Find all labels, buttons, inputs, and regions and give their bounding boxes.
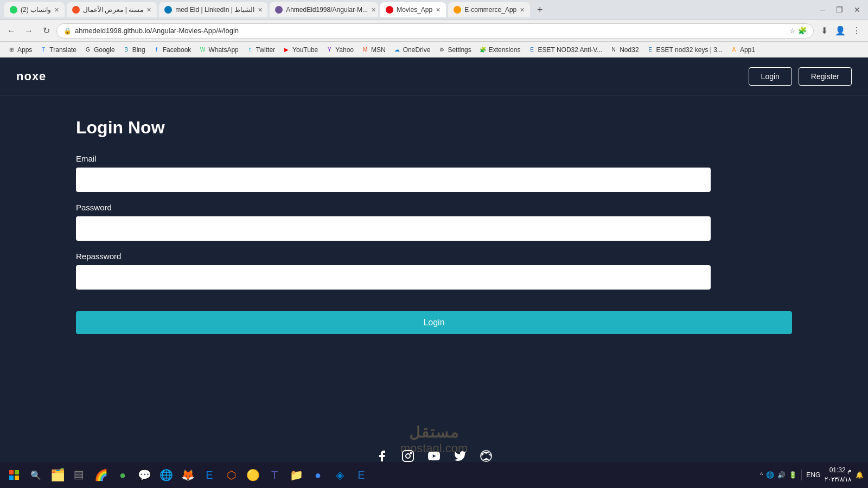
minimize-button[interactable]: ─ <box>816 5 828 14</box>
start-button[interactable] <box>4 465 24 485</box>
menu-button[interactable]: ⋮ <box>850 24 864 38</box>
login-nav-button[interactable]: Login <box>749 67 792 86</box>
bookmark-translate[interactable]: T Translate <box>36 45 80 55</box>
clock-time: 01:32 م <box>825 466 851 475</box>
taskbar-item-vscode[interactable]: ◈ <box>330 465 349 485</box>
extensions-icon[interactable]: 🧩 <box>798 27 807 35</box>
tab-icon-ec <box>454 6 461 14</box>
translate-icon: T <box>40 46 47 54</box>
tray-chevron[interactable]: ^ <box>760 471 763 479</box>
bookmark-extensions[interactable]: 🧩 Extensions <box>476 45 524 55</box>
tab-icon-ms <box>72 6 80 14</box>
bookmark-apps[interactable]: ⊞ Apps <box>4 45 35 55</box>
bookmark-whatsapp-label: WhatsApp <box>208 46 238 54</box>
repassword-input[interactable] <box>76 265 711 290</box>
address-text[interactable]: ahmedeid1998.github.io/Angular-Movies-Ap… <box>75 27 786 35</box>
bookmark-msn[interactable]: M MSN <box>358 45 389 55</box>
bookmark-youtube[interactable]: ▶ YouTube <box>279 45 321 55</box>
tab-ms[interactable]: مستة | معرض الأعمال ✕ <box>67 2 157 17</box>
password-label: Password <box>76 203 792 212</box>
navbar: noxe Login Register <box>0 57 868 96</box>
settings-bookmark-icon: ⚙ <box>438 46 445 54</box>
taskbar-item-firefox[interactable]: 🦊 <box>178 465 197 485</box>
tab-movies[interactable]: Movies_App ✕ <box>380 2 446 17</box>
instagram-social-icon[interactable] <box>400 448 416 464</box>
tab-li[interactable]: med Eid | LinkedIn | الشباط ✕ <box>159 2 267 17</box>
repassword-group: Repassword <box>76 252 792 290</box>
taskbar-item-discord[interactable]: 💬 <box>135 465 154 485</box>
tab-gh[interactable]: AhmedEid1998/Angular-M... ✕ <box>270 2 378 17</box>
tab-close-ec[interactable]: ✕ <box>520 7 525 14</box>
tab-close-ms[interactable]: ✕ <box>146 7 151 14</box>
taskbar-item-task[interactable]: ▥ <box>69 465 89 485</box>
reload-button[interactable]: ↻ <box>39 24 53 38</box>
bookmark-nod32-label: Nod32 <box>620 46 639 54</box>
register-nav-button[interactable]: Register <box>799 67 852 86</box>
notification-button[interactable]: 🔔 <box>856 471 864 479</box>
taskbar-item-orange[interactable]: ⬡ <box>221 465 241 485</box>
svg-point-2 <box>411 453 412 454</box>
bookmark-star-icon[interactable]: ☆ <box>789 27 796 35</box>
xbox-social-icon[interactable] <box>478 448 494 464</box>
bookmark-yahoo[interactable]: Y Yahoo <box>322 45 357 55</box>
apps-icon: ⊞ <box>8 46 15 54</box>
profile-button[interactable]: 👤 <box>833 24 847 38</box>
bookmark-app1[interactable]: A App1 <box>727 45 758 55</box>
bookmark-twitter-label: Twitter <box>256 46 275 54</box>
bookmark-whatsapp[interactable]: W WhatsApp <box>195 45 241 55</box>
browser-nav-bar: ← → ↻ 🔒 ahmedeid1998.github.io/Angular-M… <box>0 20 868 41</box>
address-actions: ☆ 🧩 <box>789 27 807 35</box>
bookmark-bing[interactable]: B Bing <box>119 45 149 55</box>
tab-icon-gh <box>275 6 283 14</box>
clock[interactable]: 01:32 م ٢٠٢٣/٨/١٨ <box>825 466 851 484</box>
tray-battery: 🔋 <box>789 471 797 479</box>
forward-button[interactable]: → <box>22 24 36 38</box>
repassword-label: Repassword <box>76 252 792 261</box>
youtube-social-icon[interactable] <box>426 448 442 464</box>
taskbar-item-edge[interactable]: 🌐 <box>156 465 176 485</box>
password-group: Password <box>76 203 792 241</box>
password-input[interactable] <box>76 216 711 241</box>
taskbar-item-cortana[interactable]: 🌈 <box>91 465 111 485</box>
tab-icon-li <box>164 6 172 14</box>
bookmark-settings[interactable]: ⚙ Settings <box>435 45 474 55</box>
bookmark-onedrive[interactable]: ☁ OneDrive <box>390 45 434 55</box>
tab-close-li[interactable]: ✕ <box>258 7 263 14</box>
taskbar-item-chrome2[interactable]: ● <box>308 465 328 485</box>
bookmark-twitter[interactable]: t Twitter <box>243 45 278 55</box>
taskbar-item-chrome[interactable]: 🟡 <box>243 465 263 485</box>
taskbar-item-explorer[interactable]: 🗂️ <box>48 465 67 485</box>
bookmark-eset[interactable]: E ESET NOD32 Anti-V... <box>525 45 605 55</box>
taskbar-item-teams[interactable]: T <box>265 465 284 485</box>
tab-wa[interactable]: واتساب (2) ✕ <box>4 2 65 17</box>
tab-label-movies: Movies_App <box>397 6 432 14</box>
downloads-button[interactable]: ⬇ <box>817 24 831 38</box>
bookmark-extensions-label: Extensions <box>489 46 521 54</box>
tab-ec[interactable]: E-commerce_App ✕ <box>448 2 530 17</box>
email-input[interactable] <box>76 168 711 192</box>
tab-close-wa[interactable]: ✕ <box>54 7 59 14</box>
app1-icon: A <box>730 46 738 54</box>
tab-close-gh[interactable]: ✕ <box>371 7 376 14</box>
bookmark-eset-keys[interactable]: E ESET nod32 keys | 3... <box>643 45 726 55</box>
restore-button[interactable]: ❐ <box>833 5 846 14</box>
nod32-icon: N <box>610 46 617 54</box>
taskbar-item-filemanager[interactable]: 📁 <box>286 465 306 485</box>
bookmark-facebook[interactable]: f Facebook <box>150 45 195 55</box>
taskbar-item-green[interactable]: ● <box>113 465 132 485</box>
bookmark-nod32[interactable]: N Nod32 <box>607 45 642 55</box>
tab-close-movies[interactable]: ✕ <box>436 7 441 14</box>
close-button[interactable]: ✕ <box>851 5 864 14</box>
new-tab-button[interactable]: + <box>532 2 547 17</box>
address-bar[interactable]: 🔒 ahmedeid1998.github.io/Angular-Movies-… <box>56 23 814 38</box>
lock-icon: 🔒 <box>63 27 72 35</box>
facebook-social-icon[interactable] <box>374 448 390 464</box>
back-button[interactable]: ← <box>4 24 18 38</box>
login-submit-button[interactable]: Login <box>76 311 792 334</box>
onedrive-icon: ☁ <box>393 46 401 54</box>
taskbar-search-button[interactable]: 🔍 <box>26 465 46 485</box>
bookmark-google[interactable]: G Google <box>81 45 118 55</box>
taskbar-item-eset[interactable]: E <box>352 465 371 485</box>
twitter-social-icon[interactable] <box>452 448 468 464</box>
taskbar-item-edge2[interactable]: E <box>200 465 219 485</box>
